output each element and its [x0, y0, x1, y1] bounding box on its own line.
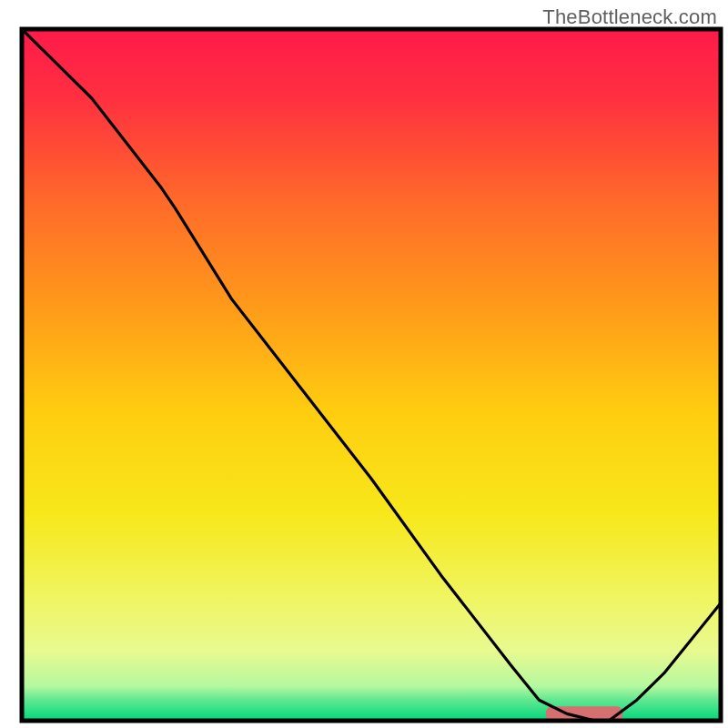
gradient-background [22, 29, 721, 721]
chart-container: TheBottleneck.com [0, 0, 728, 728]
bottleneck-chart [0, 0, 728, 728]
watermark-text: TheBottleneck.com [542, 5, 717, 29]
